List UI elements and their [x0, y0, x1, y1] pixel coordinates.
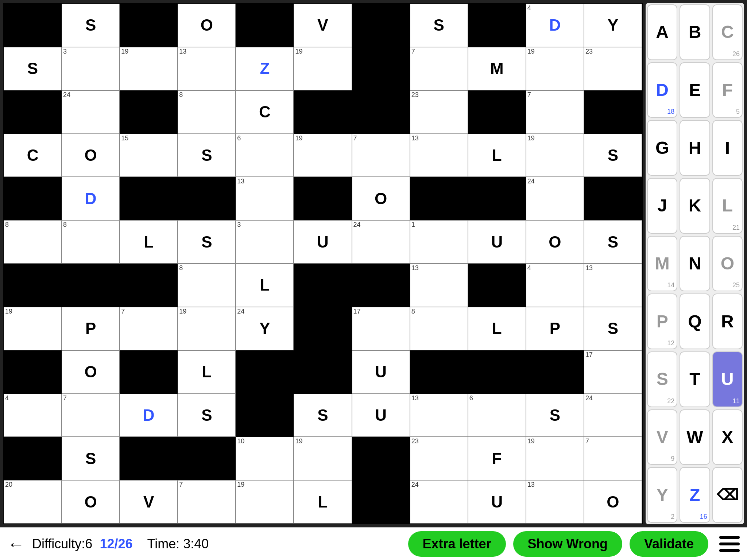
cell-9-3[interactable]: S [178, 394, 236, 437]
cell-3-9[interactable]: 19 [526, 134, 584, 177]
cell-7-7[interactable]: 8 [410, 307, 468, 350]
cell-11-5[interactable]: L [294, 480, 352, 524]
cell-7-6[interactable]: 17 [352, 307, 410, 350]
cell-9-1[interactable]: 7 [62, 394, 120, 437]
cell-0-5[interactable]: V [294, 4, 352, 47]
cell-6-7[interactable]: 13 [410, 264, 468, 307]
cell-0-3[interactable]: O [178, 4, 236, 47]
cell-5-10[interactable]: S [584, 220, 642, 264]
cell-5-3[interactable]: S [178, 220, 236, 264]
tile-D[interactable]: D18 [647, 62, 677, 118]
tile-N[interactable]: N [680, 236, 710, 292]
tile-M[interactable]: M14 [647, 236, 677, 292]
cell-1-3[interactable]: 13 [178, 47, 236, 90]
cell-6-10[interactable]: 13 [584, 264, 642, 307]
cell-5-6[interactable]: 24 [352, 220, 410, 264]
tile-Y[interactable]: Y2 [647, 467, 677, 523]
cell-7-2[interactable]: 7 [120, 307, 178, 350]
cell-5-5[interactable]: U [294, 220, 352, 264]
tile-L[interactable]: L21 [712, 178, 743, 234]
cell-10-1[interactable]: S [62, 437, 120, 480]
cell-3-0[interactable]: C [4, 134, 62, 177]
cell-1-10[interactable]: 23 [584, 47, 642, 90]
cell-2-7[interactable]: 23 [410, 90, 468, 134]
tile-Q[interactable]: Q [680, 293, 710, 349]
cell-7-1[interactable]: P [62, 307, 120, 350]
cell-11-0[interactable]: 20 [4, 480, 62, 524]
cell-9-9[interactable]: S [526, 394, 584, 437]
cell-9-6[interactable]: U [352, 394, 410, 437]
cell-11-4[interactable]: 19 [236, 480, 294, 524]
cell-1-9[interactable]: 19 [526, 47, 584, 90]
cell-10-5[interactable]: 19 [294, 437, 352, 480]
cell-9-10[interactable]: 24 [584, 394, 642, 437]
cell-8-3[interactable]: L [178, 350, 236, 394]
tile-K[interactable]: K [680, 178, 710, 234]
cell-5-0[interactable]: 8 [4, 220, 62, 264]
cell-10-10[interactable]: 7 [584, 437, 642, 480]
cell-11-1[interactable]: O [62, 480, 120, 524]
cell-1-2[interactable]: 19 [120, 47, 178, 90]
cell-10-4[interactable]: 10 [236, 437, 294, 480]
cell-5-1[interactable]: 8 [62, 220, 120, 264]
tile-V[interactable]: V9 [647, 409, 677, 465]
cell-7-8[interactable]: L [468, 307, 526, 350]
tile-F[interactable]: F5 [712, 62, 743, 118]
tile-A[interactable]: A [647, 4, 677, 60]
cell-2-9[interactable]: 7 [526, 90, 584, 134]
cell-5-9[interactable]: O [526, 220, 584, 264]
cell-1-0[interactable]: S [4, 47, 62, 90]
tile-I[interactable]: I [712, 120, 743, 176]
tile-X[interactable]: X [712, 409, 743, 465]
cell-3-10[interactable]: S [584, 134, 642, 177]
tile-E[interactable]: E [680, 62, 710, 118]
cell-8-1[interactable]: O [62, 350, 120, 394]
cell-11-8[interactable]: U [468, 480, 526, 524]
tile-O[interactable]: O25 [712, 236, 743, 292]
cell-9-5[interactable]: S [294, 394, 352, 437]
cell-9-8[interactable]: 6 [468, 394, 526, 437]
tile-G[interactable]: G [647, 120, 677, 176]
cell-5-7[interactable]: 1 [410, 220, 468, 264]
cell-11-7[interactable]: 24 [410, 480, 468, 524]
cell-3-2[interactable]: 15 [120, 134, 178, 177]
cell-8-6[interactable]: U [352, 350, 410, 394]
cell-3-6[interactable]: 7 [352, 134, 410, 177]
cell-3-5[interactable]: 19 [294, 134, 352, 177]
cell-8-10[interactable]: 17 [584, 350, 642, 394]
tile-C[interactable]: C26 [712, 4, 743, 60]
cell-2-1[interactable]: 24 [62, 90, 120, 134]
tile-Z[interactable]: Z16 [680, 467, 710, 523]
validate-button[interactable]: Validate [630, 531, 708, 557]
cell-11-9[interactable]: 13 [526, 480, 584, 524]
show-wrong-button[interactable]: Show Wrong [513, 531, 622, 557]
cell-3-1[interactable]: O [62, 134, 120, 177]
cell-3-7[interactable]: 13 [410, 134, 468, 177]
tile-R[interactable]: R [712, 293, 743, 349]
tile-H[interactable]: H [680, 120, 710, 176]
cell-9-0[interactable]: 4 [4, 394, 62, 437]
cell-3-4[interactable]: 6 [236, 134, 294, 177]
tile-S[interactable]: S22 [647, 351, 677, 407]
cell-1-7[interactable]: 7 [410, 47, 468, 90]
tile-W[interactable]: W [680, 409, 710, 465]
cell-1-1[interactable]: 3 [62, 47, 120, 90]
cell-7-3[interactable]: 19 [178, 307, 236, 350]
cell-5-2[interactable]: L [120, 220, 178, 264]
cell-11-2[interactable]: V [120, 480, 178, 524]
tile-U[interactable]: U11 [712, 351, 743, 407]
cell-4-6[interactable]: O [352, 177, 410, 220]
cell-6-4[interactable]: L [236, 264, 294, 307]
cell-7-0[interactable]: 19 [4, 307, 62, 350]
cell-1-8[interactable]: M [468, 47, 526, 90]
cell-5-4[interactable]: 3 [236, 220, 294, 264]
tile-B[interactable]: B [680, 4, 710, 60]
cell-3-3[interactable]: S [178, 134, 236, 177]
cell-7-4[interactable]: 24Y [236, 307, 294, 350]
cell-9-7[interactable]: 13 [410, 394, 468, 437]
cell-6-3[interactable]: 8 [178, 264, 236, 307]
cell-0-7[interactable]: S [410, 4, 468, 47]
cell-0-1[interactable]: S [62, 4, 120, 47]
cell-10-7[interactable]: 23 [410, 437, 468, 480]
cell-7-9[interactable]: P [526, 307, 584, 350]
